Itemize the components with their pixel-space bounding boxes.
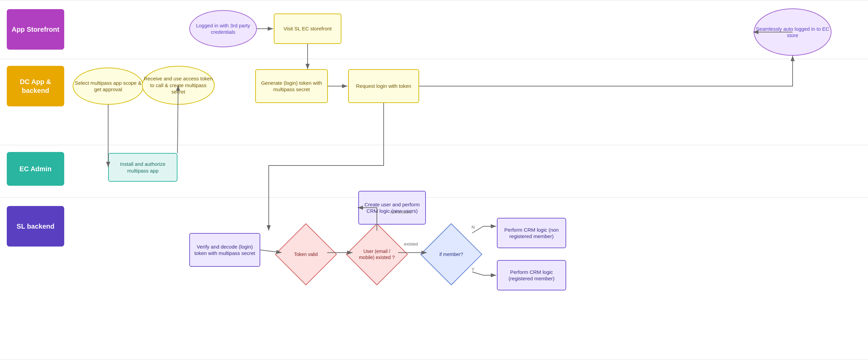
label-n: N	[472, 225, 475, 230]
node-if-member: if member?	[428, 231, 475, 278]
node-user-existed: User (email / mobile) existed ?	[353, 231, 401, 278]
node-token-valid: Token valid	[282, 231, 330, 278]
lane1-label: App Storefront	[7, 9, 64, 50]
label-existed: existed	[404, 241, 418, 247]
node-perform-crm-reg: Perform CRM logic (registered member)	[497, 260, 566, 290]
node-install-authorize: Install and authorize multipass app	[108, 153, 177, 182]
node-seamlessly-auto: Seamlessly auto logged in to EC store	[754, 8, 831, 56]
label-not-existed: not existed	[390, 209, 412, 214]
lane4-label: SL backend	[7, 206, 64, 247]
node-logged-in-3rd-party: Logged in with 3rd party credentials	[189, 10, 257, 47]
node-generate-login-token: Generate (login) token with multipass se…	[255, 69, 328, 103]
node-verify-decode: Verify and decode (login) token with mul…	[189, 233, 260, 267]
lane3-label: EC Admin	[7, 152, 64, 186]
node-visit-sl-ec: Visit SL EC storefront	[274, 14, 341, 44]
node-create-user-crm: Create user and perform CRM logic (new u…	[358, 191, 426, 225]
diagram-container: App Storefront DC App & backend EC Admin…	[0, 0, 868, 360]
lane2-label: DC App & backend	[7, 66, 64, 106]
label-y: Y	[472, 267, 475, 272]
node-select-multipass: Select multipass app scope & get approva…	[73, 68, 144, 105]
lane-app-storefront	[0, 0, 868, 59]
node-perform-crm-non: Perform CRM logic (non registered member…	[497, 218, 566, 248]
lane-sl-backend	[0, 198, 868, 360]
node-request-login-token: Request login with token	[348, 69, 419, 103]
node-receive-access-token: Receive and use access token to call & c…	[142, 66, 215, 105]
